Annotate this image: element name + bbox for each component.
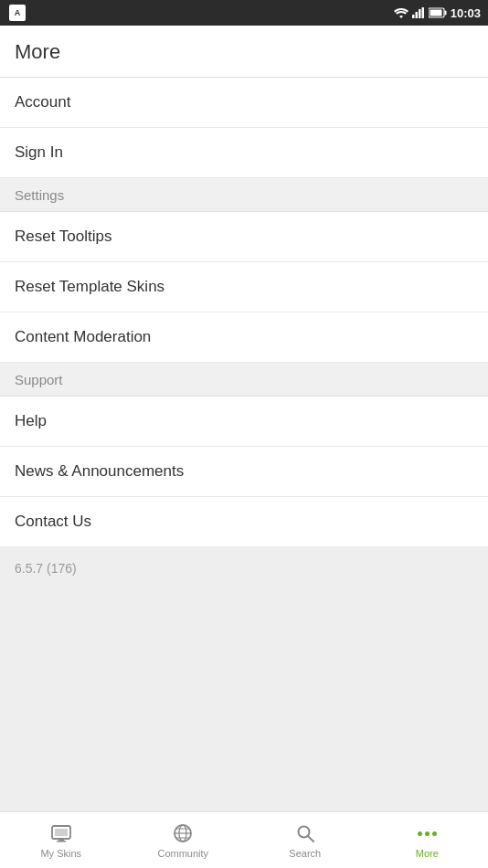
more-dot-3 bbox=[432, 831, 437, 836]
svg-rect-8 bbox=[55, 829, 68, 836]
menu-section-settings: Settings bbox=[0, 178, 488, 212]
svg-point-16 bbox=[298, 827, 309, 838]
app-logo: A bbox=[9, 5, 26, 21]
status-bar: A 10:03 bbox=[0, 0, 488, 26]
menu-item-account-label: Account bbox=[15, 93, 70, 111]
nav-item-more[interactable]: More bbox=[366, 816, 489, 864]
menu-item-account[interactable]: Account bbox=[0, 78, 488, 128]
svg-rect-9 bbox=[58, 839, 64, 841]
menu-item-contact-us-label: Contact Us bbox=[15, 513, 91, 531]
menu-item-reset-template-skins-label: Reset Template Skins bbox=[15, 278, 164, 296]
menu-section-settings-label: Settings bbox=[15, 187, 64, 203]
menu-item-help-label: Help bbox=[15, 412, 47, 430]
svg-rect-0 bbox=[412, 15, 415, 18]
menu-item-help[interactable]: Help bbox=[0, 397, 488, 447]
status-bar-right: 10:03 bbox=[394, 6, 481, 20]
menu-item-reset-tooltips-label: Reset Tooltips bbox=[15, 228, 111, 246]
page-title-bar: More bbox=[0, 26, 488, 78]
version-area: 6.5.7 (176) bbox=[0, 547, 488, 811]
nav-item-search-label: Search bbox=[289, 848, 321, 859]
status-bar-left: A bbox=[9, 5, 26, 21]
wifi-icon bbox=[394, 7, 408, 18]
menu-item-content-moderation[interactable]: Content Moderation bbox=[0, 312, 488, 363]
more-dot-2 bbox=[425, 831, 430, 836]
menu-item-sign-in[interactable]: Sign In bbox=[0, 128, 488, 178]
menu-item-contact-us[interactable]: Contact Us bbox=[0, 497, 488, 547]
nav-item-more-label: More bbox=[416, 848, 439, 859]
menu-list: Account Sign In Settings Reset Tooltips … bbox=[0, 78, 488, 547]
more-icon bbox=[415, 821, 439, 845]
nav-item-community[interactable]: Community bbox=[122, 816, 245, 864]
svg-rect-2 bbox=[419, 9, 421, 18]
menu-section-support-label: Support bbox=[15, 372, 63, 387]
battery-icon bbox=[429, 7, 447, 18]
nav-item-community-label: Community bbox=[157, 848, 208, 859]
menu-item-news-announcements-label: News & Announcements bbox=[15, 462, 184, 481]
svg-line-17 bbox=[308, 837, 313, 842]
content-area: More Account Sign In Settings Reset Tool… bbox=[0, 26, 488, 811]
menu-item-news-announcements[interactable]: News & Announcements bbox=[0, 447, 488, 497]
svg-rect-3 bbox=[421, 7, 424, 18]
more-dot-1 bbox=[418, 831, 422, 836]
menu-item-content-moderation-label: Content Moderation bbox=[15, 328, 151, 346]
nav-item-my-skins[interactable]: My Skins bbox=[0, 816, 122, 864]
status-time: 10:03 bbox=[451, 6, 481, 20]
bottom-nav: My Skins Community Search bbox=[0, 811, 488, 868]
nav-item-my-skins-label: My Skins bbox=[40, 848, 81, 859]
my-skins-icon bbox=[49, 821, 73, 845]
menu-item-sign-in-label: Sign In bbox=[15, 143, 63, 162]
version-text: 6.5.7 (176) bbox=[15, 561, 77, 576]
signal-icon bbox=[412, 7, 425, 18]
search-icon bbox=[293, 821, 317, 845]
svg-rect-6 bbox=[430, 10, 441, 16]
menu-item-reset-tooltips[interactable]: Reset Tooltips bbox=[0, 212, 488, 262]
svg-rect-1 bbox=[415, 12, 418, 18]
nav-item-search[interactable]: Search bbox=[244, 816, 366, 864]
community-icon bbox=[171, 821, 195, 845]
menu-section-support: Support bbox=[0, 363, 488, 397]
menu-item-reset-template-skins[interactable]: Reset Template Skins bbox=[0, 262, 488, 312]
page-title: More bbox=[15, 40, 60, 63]
svg-rect-10 bbox=[57, 841, 66, 842]
svg-rect-5 bbox=[444, 11, 446, 16]
